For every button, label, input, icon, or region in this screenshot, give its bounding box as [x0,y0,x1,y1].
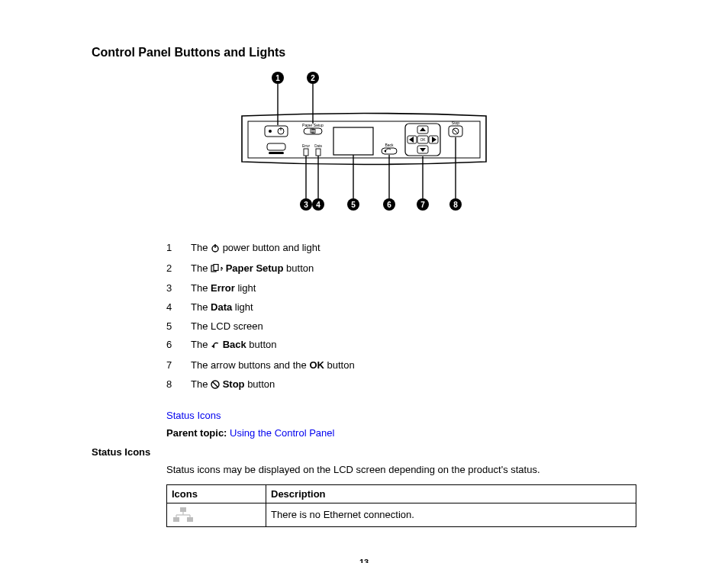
legend-item: 8The Stop button [166,375,636,396]
stop-label: Stop [452,121,460,125]
power-icon [211,240,220,259]
legend-text: The power button and light [191,239,321,259]
svg-line-33 [453,129,458,134]
section-title: Control Panel Buttons and Lights [92,46,636,60]
control-panel-diagram: 1 2 Paper Setup Error Data [92,70,636,217]
legend-item: 5The LCD screen [166,317,636,336]
parent-topic-label: Parent topic: [166,427,227,439]
error-label: Error [302,144,311,148]
legend-text: The Error light [191,279,256,298]
svg-marker-28 [432,137,436,143]
related-links: Status Icons Parent topic: Using the Con… [166,410,636,439]
svg-text:3: 3 [304,201,308,209]
svg-marker-30 [420,148,426,152]
legend-number: 8 [166,375,191,396]
svg-text:N: N [221,265,223,272]
svg-text:5: 5 [351,201,356,209]
status-icons-intro: Status icons may be displayed on the LCD… [166,464,636,475]
legend-number: 5 [166,317,191,336]
svg-marker-20 [384,150,386,153]
table-cell-description: There is no Ethernet connection. [266,503,636,526]
legend-text: The Stop button [191,375,275,396]
svg-rect-17 [316,149,321,156]
legend-number: 3 [166,279,191,298]
svg-text:1: 1 [275,74,280,82]
svg-marker-23 [420,127,426,131]
legend-item: 6The Back button [166,336,636,356]
table-header-icons: Icons [167,484,266,503]
svg-point-8 [269,130,272,133]
svg-text:2: 2 [311,74,315,82]
table-header-description: Description [266,484,636,503]
svg-line-59 [213,381,218,387]
status-icons-table: Icons Description [166,484,636,527]
svg-marker-25 [409,137,414,143]
ok-label: OK [420,137,426,142]
status-icons-heading: Status Icons [92,446,636,458]
legend-text: The Data light [191,298,253,317]
svg-rect-62 [187,517,193,522]
data-label: Data [314,144,322,148]
legend-text: The N Paper Setup button [191,259,314,280]
svg-rect-12 [269,152,284,154]
papersetup-icon: N [211,261,223,280]
legend-text: The arrow buttons and the OK button [191,356,355,375]
svg-rect-16 [304,149,308,156]
legend-item: 7The arrow buttons and the OK button [166,356,636,375]
legend-number: 6 [166,336,191,356]
legend-text: The LCD screen [191,317,263,336]
svg-rect-11 [267,143,285,150]
back-icon [211,337,220,356]
svg-rect-55 [214,264,218,270]
svg-marker-57 [211,345,214,349]
svg-text:4: 4 [316,201,321,209]
legend-number: 7 [166,356,191,375]
svg-rect-60 [180,507,186,512]
legend-text: The Back button [191,336,276,356]
legend-item: 1The power button and light [166,239,636,259]
legend-number: 1 [166,239,191,259]
legend-number: 2 [166,259,191,280]
parent-topic-link[interactable]: Using the Control Panel [230,427,334,439]
table-row: There is no Ethernet connection. [167,503,636,526]
svg-rect-61 [173,517,179,522]
back-label: Back [385,143,394,147]
legend-item: 3The Error light [166,279,636,298]
page-number: 13 [92,558,636,564]
no-ethernet-icon [172,507,261,523]
svg-rect-18 [333,127,373,155]
legend-list: 1The power button and light2The N Paper … [166,239,636,396]
stop-icon [211,377,220,396]
status-icons-link[interactable]: Status Icons [166,410,221,421]
legend-item: 4The Data light [166,298,636,317]
legend-item: 2The N Paper Setup button [166,259,636,280]
svg-text:6: 6 [387,201,391,209]
svg-text:7: 7 [420,201,425,209]
svg-text:8: 8 [453,201,458,209]
legend-number: 4 [166,298,191,317]
paper-setup-label: Paper Setup [302,123,324,127]
